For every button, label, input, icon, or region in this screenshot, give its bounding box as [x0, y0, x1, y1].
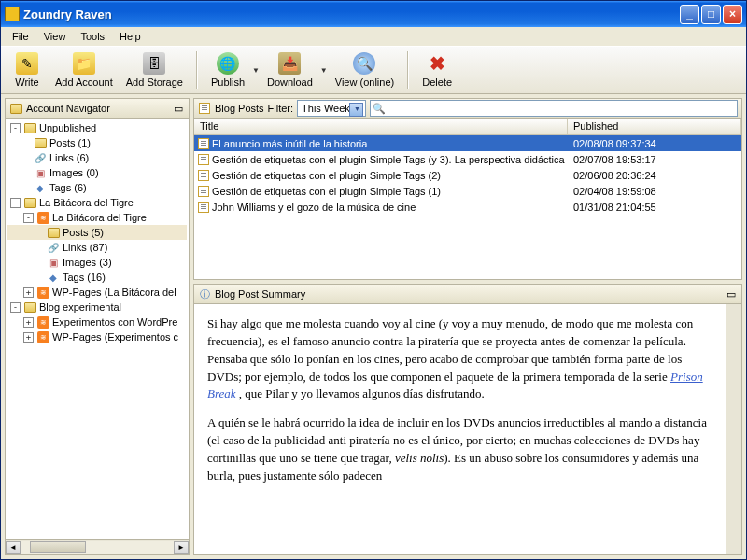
rss-icon: ≋ [36, 330, 49, 343]
scroll-left-icon[interactable]: ◄ [6, 541, 21, 554]
summary-paragraph: A quién se le habrá ocurrido la idea de … [207, 414, 713, 484]
scroll-right-icon[interactable]: ► [174, 541, 189, 554]
toolbar-separator [196, 51, 198, 89]
rss-icon: ≋ [36, 211, 49, 224]
summary-paragraph: Si hay algo que me molesta cuando voy al… [207, 315, 713, 403]
collapse-icon[interactable]: - [10, 302, 21, 313]
right-panes: Blog Posts Filter: This Week▼ 🔍 Title Pu… [193, 98, 742, 555]
list-columns: Title Published [194, 119, 741, 135]
image-icon: ▣ [47, 256, 60, 269]
expand-icon[interactable]: + [23, 287, 34, 298]
view-online-button[interactable]: 🔍View (online) [330, 50, 400, 90]
navigator-hscroll[interactable]: ◄ ► [5, 540, 190, 555]
link-icon: 🔗 [47, 241, 60, 254]
content-area: Account Navigator ▭ -Unpublished Posts (… [1, 94, 746, 559]
summary-vscroll[interactable] [726, 304, 741, 554]
folder-plus-icon: 📁 [73, 52, 95, 75]
col-published[interactable]: Published [568, 119, 741, 134]
tree-item-images[interactable]: ▣Images (0) [7, 165, 187, 180]
navigator-tree[interactable]: -Unpublished Posts (1) 🔗Links (6) ▣Image… [5, 119, 190, 540]
image-icon: ▣ [34, 166, 47, 179]
collapse-icon[interactable]: - [10, 123, 21, 133]
globe-up-icon: 🌐 [217, 52, 239, 75]
list-row[interactable]: Gestión de etiquetas con el plugin Simpl… [194, 167, 741, 183]
chevron-down-icon: ▼ [354, 105, 360, 112]
post-icon [198, 170, 209, 181]
post-icon [198, 154, 209, 165]
col-title[interactable]: Title [194, 119, 568, 134]
maximize-button[interactable]: □ [701, 5, 721, 24]
minimize-button[interactable]: _ [680, 5, 699, 24]
summary-body[interactable]: Si hay algo que me molesta cuando voy al… [194, 304, 726, 554]
list-row[interactable]: John Williams y el gozo de la música de … [194, 199, 741, 215]
list-row[interactable]: Gestión de etiquetas con el plugin Simpl… [194, 183, 741, 199]
toolbar: ✎Write 📁Add Account 🗄Add Storage 🌐Publis… [1, 46, 746, 94]
tree-item-unpublished[interactable]: -Unpublished [7, 120, 187, 135]
tree-item-account[interactable]: -Blog experimental [7, 300, 187, 315]
posts-title: Blog Posts [215, 103, 264, 114]
tree-item-links[interactable]: 🔗Links (87) [7, 240, 187, 255]
navigator-pane: Account Navigator ▭ -Unpublished Posts (… [5, 98, 190, 555]
summary-menu-icon[interactable]: ▭ [725, 287, 738, 301]
download-button[interactable]: 📥Download [261, 50, 318, 90]
list-row[interactable]: El anuncio más inútil de la historia02/0… [194, 135, 741, 151]
menu-tools[interactable]: Tools [73, 29, 112, 44]
delete-button[interactable]: ✖Delete [416, 50, 458, 90]
tree-item-tags[interactable]: ◆Tags (16) [7, 270, 187, 285]
expand-icon[interactable]: + [23, 332, 34, 343]
tag-icon: ◆ [34, 181, 47, 194]
menubar: File View Tools Help [1, 27, 746, 46]
summary-header: ⓘ Blog Post Summary ▭ [193, 284, 742, 304]
delete-x-icon: ✖ [426, 52, 448, 75]
summary-title: Blog Post Summary [215, 288, 721, 300]
post-icon [198, 138, 209, 149]
post-icon [198, 186, 209, 197]
tree-item-posts-selected[interactable]: Posts (5) [7, 225, 187, 240]
search-input[interactable]: 🔍 [370, 100, 738, 117]
navigator-menu-icon[interactable]: ▭ [172, 102, 185, 115]
publish-dropdown-icon[interactable]: ▼ [252, 66, 260, 75]
add-account-button[interactable]: 📁Add Account [49, 50, 119, 90]
tree-item-tags[interactable]: ◆Tags (6) [7, 180, 187, 195]
expand-icon[interactable]: + [23, 317, 34, 328]
info-icon: ⓘ [198, 287, 211, 301]
scroll-track[interactable] [21, 541, 174, 554]
app-window: Zoundry Raven _ □ × File View Tools Help… [0, 0, 747, 560]
toolbar-separator [407, 51, 409, 89]
publish-button[interactable]: 🌐Publish [205, 50, 250, 90]
posts-icon [47, 226, 60, 239]
document-icon [198, 102, 211, 115]
collapse-icon[interactable]: - [23, 213, 34, 223]
tree-item-blog[interactable]: +≋WP-Pages (La Bitácora del [7, 285, 187, 300]
tree-item-blog[interactable]: +≋Experimentos con WordPre [7, 315, 187, 329]
tree-item-blog[interactable]: -≋La Bitácora del Tigre [7, 210, 187, 225]
download-dropdown-icon[interactable]: ▼ [320, 66, 328, 75]
menu-view[interactable]: View [36, 29, 74, 44]
posts-header: Blog Posts Filter: This Week▼ 🔍 [193, 98, 742, 119]
tree-item-posts[interactable]: Posts (1) [7, 135, 187, 150]
scroll-thumb[interactable] [30, 541, 86, 553]
filter-select[interactable]: This Week▼ [297, 100, 366, 117]
write-button[interactable]: ✎Write [7, 50, 48, 90]
folder-icon [23, 121, 36, 134]
tree-item-images[interactable]: ▣Images (3) [7, 255, 187, 270]
close-button[interactable]: × [723, 5, 742, 24]
menu-help[interactable]: Help [112, 29, 148, 44]
collapse-icon[interactable]: - [10, 198, 21, 208]
folder-tree-icon [9, 102, 22, 115]
download-icon: 📥 [278, 52, 301, 75]
tree-item-blog[interactable]: +≋WP-Pages (Experimentos c [7, 329, 187, 344]
list-row[interactable]: Gestión de etiquetas con el plugin Simpl… [194, 151, 741, 167]
add-storage-button[interactable]: 🗄Add Storage [120, 50, 189, 90]
menu-file[interactable]: File [5, 29, 36, 44]
tree-item-links[interactable]: 🔗Links (6) [7, 150, 187, 165]
window-title: Zoundry Raven [23, 7, 680, 21]
folder-icon [23, 301, 36, 314]
titlebar[interactable]: Zoundry Raven _ □ × [1, 1, 746, 27]
navigator-title: Account Navigator [26, 103, 168, 114]
tree-item-account[interactable]: -La Bitácora del Tigre [7, 195, 187, 210]
posts-pane: Blog Posts Filter: This Week▼ 🔍 Title Pu… [193, 98, 742, 280]
filter-label: Filter: [268, 103, 294, 114]
folder-icon [23, 196, 36, 209]
app-icon [5, 7, 20, 21]
